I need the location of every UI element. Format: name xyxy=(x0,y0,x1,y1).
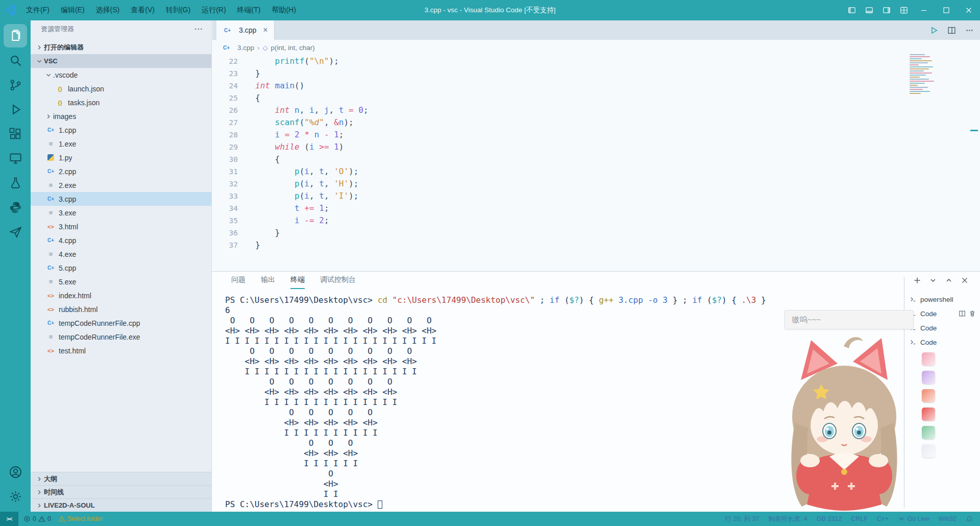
section-时间线[interactable]: 时间线 xyxy=(31,485,211,498)
breadcrumb-file[interactable]: 3.cpp xyxy=(237,44,254,52)
activity-remote-explorer[interactable] xyxy=(4,147,27,170)
panel-tab-终端[interactable]: 终端 xyxy=(290,272,305,289)
more-actions-icon[interactable]: ··· xyxy=(194,25,203,33)
activity-extensions[interactable] xyxy=(4,122,27,146)
vscode-logo-icon[interactable] xyxy=(0,4,20,16)
remote-indicator[interactable]: >< xyxy=(0,512,18,526)
layout-sidebar-toggle[interactable] xyxy=(843,0,861,20)
tree-item-1.cpp[interactable]: C+1.cpp xyxy=(31,123,211,137)
close-button[interactable] xyxy=(958,0,980,20)
activity-live2d[interactable] xyxy=(4,220,27,244)
sticker-thumbnail[interactable] xyxy=(922,371,935,384)
problems-status[interactable]: 0 0 xyxy=(23,515,51,522)
tree-item-vsc[interactable]: VSC xyxy=(31,54,211,68)
status-win32[interactable]: Win32 xyxy=(939,515,957,522)
tree-item-label: tasks.json xyxy=(68,99,100,107)
tree-item-tempcoderunnerfile.cpp[interactable]: C+tempCodeRunnerFile.cpp xyxy=(31,316,211,330)
layout-grid-toggle[interactable] xyxy=(895,0,913,20)
activity-testing[interactable] xyxy=(4,171,27,195)
tree-item-launch.json[interactable]: {}launch.json xyxy=(31,82,211,95)
menu-item[interactable]: 转到(G) xyxy=(160,0,196,20)
section-live2d-a-soul[interactable]: LIVE2D-A-SOUL xyxy=(31,498,211,512)
menu-item[interactable]: 文件(F) xyxy=(20,0,55,20)
tree-item-4.cpp[interactable]: C+4.cpp xyxy=(31,233,211,247)
status--20-37[interactable]: 行 20, 列 37 xyxy=(725,515,760,523)
activity-run-debug[interactable] xyxy=(4,98,27,121)
tree-item-5.cpp[interactable]: C+5.cpp xyxy=(31,261,211,275)
panel-tab-调试控制台[interactable]: 调试控制台 xyxy=(320,272,356,289)
activity-source-control[interactable] xyxy=(4,73,27,97)
select-folder-status[interactable]: Select folder xyxy=(58,515,103,522)
sticker-thumbnail[interactable] xyxy=(922,408,935,421)
menu-item[interactable]: 运行(R) xyxy=(196,0,231,20)
activity-settings[interactable] xyxy=(4,485,27,508)
status-gb-2312[interactable]: GB 2312 xyxy=(817,515,842,522)
layout-sidebar-right-toggle[interactable] xyxy=(878,0,895,20)
close-panel-button[interactable] xyxy=(961,276,969,284)
tree-item-2.exe[interactable]: ≡2.exe xyxy=(31,178,211,192)
sticker-thumbnail[interactable] xyxy=(922,389,935,402)
status-bell[interactable] xyxy=(966,515,973,522)
close-tab-icon[interactable]: × xyxy=(263,26,267,35)
menu-item[interactable]: 终端(T) xyxy=(232,0,266,20)
sticker-thumbnail[interactable] xyxy=(922,444,935,458)
exe-file-icon: ≡ xyxy=(46,140,56,148)
status-go-live[interactable]: Go Live xyxy=(898,515,929,522)
more-actions-button[interactable] xyxy=(965,26,974,35)
new-terminal-button[interactable] xyxy=(913,276,921,284)
tree-item-index.html[interactable]: <>index.html xyxy=(31,289,211,302)
kill-terminal-icon[interactable] xyxy=(969,310,976,317)
terminal-tab-code[interactable]: Code xyxy=(905,306,980,321)
tree-item-.vscode[interactable]: .vscode xyxy=(31,68,211,82)
panel-tab-输出[interactable]: 输出 xyxy=(261,272,275,289)
tree-item-1.exe[interactable]: ≡1.exe xyxy=(31,137,211,151)
tree-item-2.cpp[interactable]: C+2.cpp xyxy=(31,164,211,178)
terminal-dropdown-button[interactable] xyxy=(929,276,937,284)
panel-tab-问题[interactable]: 问题 xyxy=(231,272,246,289)
terminal-tab-powershell[interactable]: powershell xyxy=(905,292,980,306)
live2d-character[interactable] xyxy=(772,331,916,512)
minimap[interactable] xyxy=(910,51,939,95)
status-crlf[interactable]: CRLF xyxy=(851,515,868,522)
minimize-button[interactable] xyxy=(913,0,935,20)
activity-python[interactable] xyxy=(4,196,27,219)
split-editor-button[interactable] xyxy=(947,26,956,35)
status-c++[interactable]: C++ xyxy=(877,515,889,522)
tree-item-images[interactable]: images xyxy=(31,109,211,123)
tree-item-3.cpp[interactable]: C+3.cpp xyxy=(31,192,211,206)
tree-item-tasks.json[interactable]: {}tasks.json xyxy=(31,95,211,109)
tree-item-1.py[interactable]: 1.py xyxy=(31,151,211,164)
tree-item-test.html[interactable]: <>test.html xyxy=(31,344,211,357)
activity-explorer[interactable] xyxy=(4,24,27,47)
tab-3cpp[interactable]: C+ 3.cpp × xyxy=(216,20,275,40)
tree-item-3.html[interactable]: <>3.html xyxy=(31,220,211,233)
activity-account[interactable] xyxy=(4,460,27,484)
layout-panel-toggle[interactable] xyxy=(861,0,878,20)
tree-item-3.exe[interactable]: ≡3.exe xyxy=(31,206,211,220)
menu-item[interactable]: 帮助(H) xyxy=(266,0,301,20)
tree-item-4.exe[interactable]: ≡4.exe xyxy=(31,247,211,261)
sticker-thumbnail[interactable] xyxy=(922,426,935,439)
run-button[interactable] xyxy=(929,26,938,35)
minimap-line xyxy=(910,75,926,76)
activity-search[interactable] xyxy=(4,49,27,72)
terminal-tab-code[interactable]: Code xyxy=(905,335,980,349)
split-terminal-icon[interactable] xyxy=(959,310,966,317)
menu-item[interactable]: 编辑(E) xyxy=(55,0,90,20)
sticker-column xyxy=(922,352,935,458)
tree-item-tempcoderunnerfile.exe[interactable]: ≡tempCodeRunnerFile.exe xyxy=(31,330,211,344)
code-editor[interactable]: 22 printf("\n");23}24int main()25{26 int… xyxy=(212,55,980,271)
tree-item-5.exe[interactable]: ≡5.exe xyxy=(31,275,211,289)
terminal-tab-code[interactable]: Code xyxy=(905,321,980,335)
section-大纲[interactable]: 大纲 xyxy=(31,472,211,485)
tree-item-rubbish.html[interactable]: <>rubbish.html xyxy=(31,302,211,316)
status--4[interactable]: 制表符长度: 4 xyxy=(768,515,807,523)
breadcrumb-symbol[interactable]: p(int, int, char) xyxy=(271,44,315,52)
sticker-thumbnail[interactable] xyxy=(922,352,935,366)
tree-item-label: 1.exe xyxy=(59,140,76,148)
menu-item[interactable]: 选择(S) xyxy=(90,0,126,20)
maximize-panel-button[interactable] xyxy=(945,276,953,284)
menu-item[interactable]: 查看(V) xyxy=(125,0,160,20)
tree-item-打开的编辑器[interactable]: 打开的编辑器 xyxy=(31,40,211,54)
maximize-button[interactable] xyxy=(935,0,958,20)
